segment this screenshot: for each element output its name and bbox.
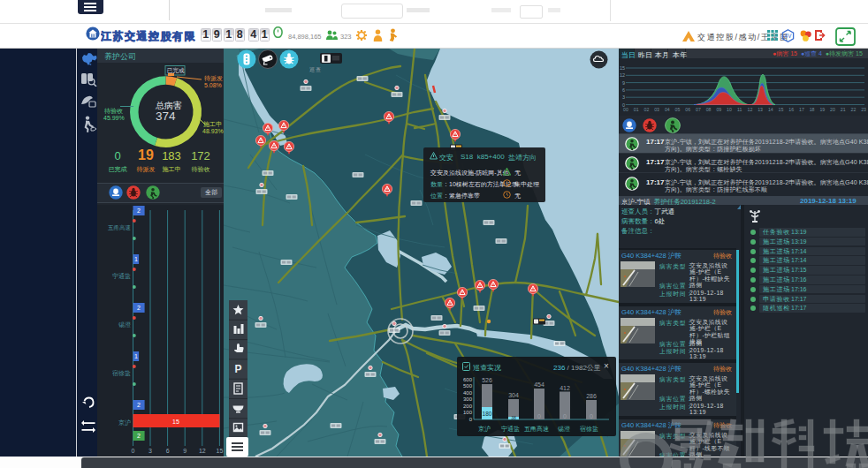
svg-text:15: 15: [779, 107, 784, 112]
svg-text:03: 03: [654, 107, 659, 112]
svg-text:2: 2: [137, 305, 141, 311]
svg-text:17: 17: [799, 107, 804, 112]
svg-text:200: 200: [463, 404, 473, 409]
svg-text:22: 22: [851, 107, 857, 112]
svg-text:20: 20: [830, 107, 835, 112]
svg-text:3: 3: [148, 448, 152, 454]
svg-text:15: 15: [172, 419, 179, 425]
svg-text:400: 400: [463, 390, 473, 396]
svg-text:2: 2: [137, 402, 141, 408]
svg-text:2: 2: [137, 433, 141, 439]
svg-text:38: 38: [511, 415, 516, 420]
svg-text:15: 15: [217, 448, 224, 454]
svg-text:412: 412: [560, 385, 570, 391]
svg-text:09: 09: [716, 107, 721, 112]
svg-text:P: P: [234, 363, 241, 375]
svg-text:12: 12: [199, 448, 206, 454]
svg-text:9: 9: [183, 448, 187, 454]
svg-text:19: 19: [819, 107, 825, 112]
svg-text:300: 300: [463, 396, 473, 402]
svg-text:0: 0: [563, 413, 567, 419]
svg-text:3: 3: [622, 94, 625, 100]
svg-text:180: 180: [483, 411, 492, 417]
svg-text:6: 6: [622, 87, 625, 93]
svg-text:15: 15: [620, 65, 625, 71]
svg-text:21: 21: [841, 107, 846, 112]
svg-text:1: 1: [134, 256, 138, 262]
svg-text:526: 526: [482, 377, 492, 383]
svg-text:12: 12: [620, 72, 625, 78]
svg-text:11: 11: [737, 107, 742, 112]
svg-text:16: 16: [788, 107, 794, 112]
svg-text:23: 23: [861, 107, 866, 112]
svg-text:0: 0: [537, 413, 541, 419]
svg-text:07: 07: [696, 107, 701, 112]
svg-text:6: 6: [166, 448, 170, 454]
svg-text:12: 12: [748, 107, 753, 112]
svg-text:06: 06: [685, 107, 690, 112]
svg-text:304: 304: [508, 392, 519, 398]
svg-text:00: 00: [623, 107, 628, 112]
svg-text:454: 454: [534, 381, 544, 388]
svg-text:14: 14: [768, 107, 773, 112]
svg-text:10: 10: [727, 107, 732, 112]
svg-text:2: 2: [137, 208, 141, 214]
svg-text:01: 01: [634, 107, 639, 112]
svg-text:600: 600: [463, 377, 473, 382]
svg-text:02: 02: [644, 107, 650, 112]
svg-text:100: 100: [463, 410, 473, 415]
svg-text:500: 500: [463, 383, 473, 389]
svg-text:1: 1: [134, 353, 138, 359]
svg-text:04: 04: [665, 107, 670, 112]
svg-text:9: 9: [622, 80, 625, 86]
svg-text:18: 18: [810, 107, 815, 112]
svg-text:4V: 4V: [785, 33, 793, 39]
svg-text:08: 08: [706, 107, 712, 112]
svg-text:05: 05: [675, 107, 681, 112]
svg-text:0: 0: [469, 417, 473, 422]
svg-text:13: 13: [758, 107, 763, 112]
svg-text:0: 0: [132, 448, 135, 454]
